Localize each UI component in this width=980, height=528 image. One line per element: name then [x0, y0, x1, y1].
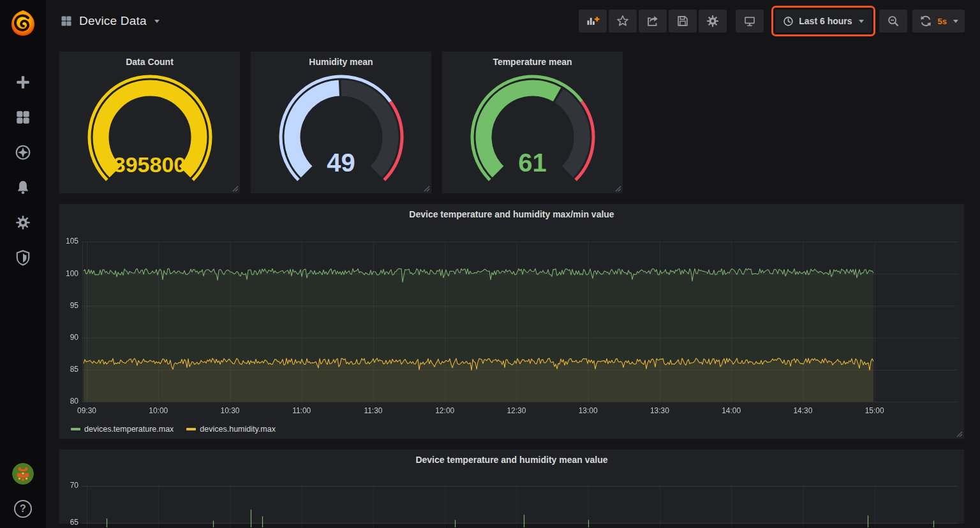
- legend-color-swatch: [186, 428, 196, 430]
- gauge-value: 49: [251, 149, 431, 177]
- configuration-gear-icon[interactable]: [15, 214, 31, 231]
- dashboard-title-menu[interactable]: Device Data: [60, 14, 160, 28]
- legend-item-temperature-max[interactable]: devices.temperature.max: [71, 425, 174, 434]
- save-icon: [676, 14, 690, 28]
- explore-compass-icon[interactable]: [15, 144, 31, 161]
- gauge-row: Data Count 395800 Humidity mean 49: [59, 51, 965, 194]
- toolbar: Last 6 hours: [577, 6, 965, 36]
- panel-humidity-mean: Humidity mean 49: [250, 51, 432, 194]
- legend-color-swatch: [71, 428, 80, 430]
- dashboard-grid: Data Count 395800 Humidity mean 49: [46, 42, 980, 524]
- add-panel-button[interactable]: [579, 10, 607, 33]
- panel-temperature-mean: Temperature mean 61: [442, 51, 623, 194]
- refresh-interval-dropdown[interactable]: 5s: [938, 17, 947, 26]
- panel-title[interactable]: Device temperature and humidity mean val…: [59, 450, 964, 471]
- user-avatar[interactable]: [12, 463, 34, 485]
- refresh-caret-icon: [953, 20, 958, 23]
- legend-item-humidity-max[interactable]: devices.humidity.max: [186, 425, 276, 434]
- grafana-logo-icon[interactable]: [0, 0, 46, 46]
- gauge-value: 61: [442, 149, 623, 177]
- monitor-icon: [743, 14, 757, 28]
- grafana-app: ? Device Data: [0, 0, 980, 528]
- sidebar-menu: [15, 74, 31, 266]
- timeseries-chart-max-min[interactable]: [64, 226, 960, 425]
- panel-title[interactable]: Humidity mean: [251, 52, 431, 73]
- refresh-icon: [919, 14, 933, 28]
- share-icon: [646, 14, 660, 28]
- panel-resize-handle[interactable]: [422, 184, 430, 192]
- dashboard-topbar: Device Data: [46, 0, 980, 42]
- refresh-button[interactable]: 5s: [912, 10, 965, 33]
- clock-icon: [783, 16, 794, 27]
- dashboards-grid-icon[interactable]: [15, 109, 31, 126]
- time-range-picker[interactable]: Last 6 hours: [775, 10, 871, 33]
- panel-mean-chart: Device temperature and humidity mean val…: [59, 449, 965, 524]
- main-area: Device Data: [46, 0, 980, 528]
- panel-resize-handle[interactable]: [955, 430, 963, 437]
- time-range-annotation: Last 6 hours: [771, 6, 875, 36]
- alerting-bell-icon[interactable]: [15, 179, 31, 196]
- panel-max-min-chart: Device temperature and humidity max/min …: [59, 203, 965, 439]
- help-icon[interactable]: ?: [14, 500, 32, 518]
- share-button[interactable]: [639, 10, 667, 33]
- zoom-out-time-button[interactable]: [879, 10, 907, 33]
- panel-resize-handle[interactable]: [231, 184, 239, 192]
- panel-title[interactable]: Temperature mean: [442, 52, 623, 73]
- cycle-view-mode-button[interactable]: [736, 10, 764, 33]
- server-admin-shield-icon[interactable]: [15, 249, 31, 266]
- panel-resize-handle[interactable]: [614, 184, 621, 192]
- panel-title[interactable]: Data Count: [59, 52, 240, 73]
- panel-title[interactable]: Device temperature and humidity max/min …: [59, 204, 964, 226]
- magnifier-minus-icon: [886, 14, 900, 28]
- sidebar-bottom: ?: [12, 463, 34, 518]
- sidebar: ?: [0, 0, 46, 528]
- star-icon: [616, 14, 630, 28]
- settings-gear-icon: [706, 14, 720, 28]
- create-plus-icon[interactable]: [15, 74, 31, 91]
- star-button[interactable]: [609, 10, 637, 33]
- dashboard-squares-icon: [60, 15, 73, 27]
- time-range-label: Last 6 hours: [799, 16, 852, 26]
- chart-legend: devices.temperature.max devices.humidity…: [71, 425, 276, 434]
- save-button[interactable]: [669, 10, 697, 33]
- time-range-caret-icon: [859, 20, 864, 23]
- page-title: Device Data: [79, 14, 147, 28]
- help-glyph: ?: [20, 503, 26, 515]
- panel-data-count: Data Count 395800: [59, 51, 241, 194]
- title-caret-down-icon: [154, 20, 160, 23]
- add-panel-icon: [586, 14, 600, 28]
- timeseries-chart-mean[interactable]: [64, 471, 960, 527]
- gauge-value: 395800: [59, 152, 240, 177]
- dashboard-settings-button[interactable]: [699, 10, 727, 33]
